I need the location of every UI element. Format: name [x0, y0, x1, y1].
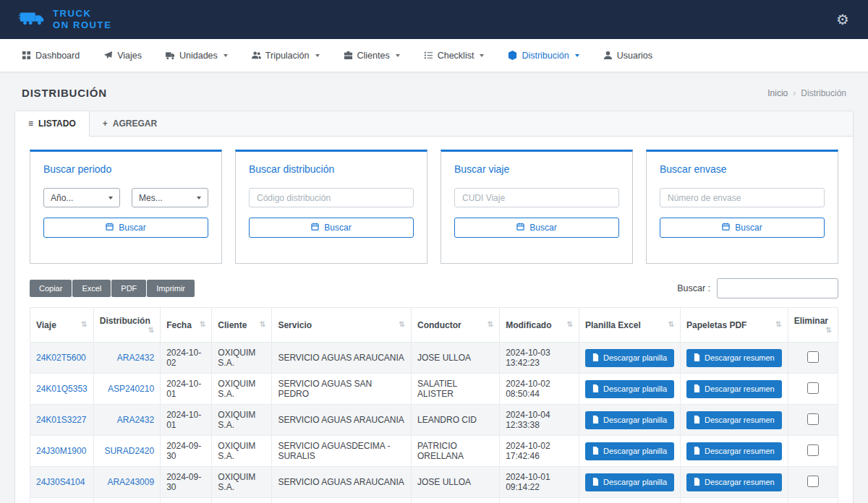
calendar-icon — [106, 223, 114, 233]
header-eliminar[interactable]: Eliminar⇅ — [788, 308, 838, 343]
distribucion-link[interactable]: ARA2432 — [93, 405, 160, 436]
settings-gear-icon[interactable]: ⚙ — [836, 12, 849, 27]
buscar-distribucion-button[interactable]: Buscar — [249, 218, 414, 238]
search-panels: Buscar periodo Año... Mes... Buscar — [30, 150, 838, 264]
nav-item-checklist[interactable]: Checklist — [424, 51, 485, 61]
card-body: Buscar periodo Año... Mes... Buscar — [15, 137, 853, 503]
viaje-link[interactable]: 24K01Q5353 — [30, 374, 94, 405]
breadcrumb: Inicio › Distribución — [767, 88, 846, 98]
viaje-link[interactable]: 24K02T5600 — [30, 343, 94, 374]
header-planilla-excel[interactable]: Planilla Excel⇅ — [579, 308, 681, 343]
chevron-down-icon — [480, 54, 484, 57]
viaje-link[interactable]: 24K01S3227 — [30, 405, 94, 436]
sort-icon: ⇅ — [826, 326, 832, 334]
fecha-cell: 2024-10-02 — [161, 343, 212, 374]
file-icon — [694, 447, 700, 456]
distribucion-card: ≡ LISTADO + AGREGAR Buscar periodo Año..… — [14, 111, 854, 503]
copiar-button[interactable]: Copiar — [30, 280, 72, 297]
content-header: DISTRIBUCIÓN Inicio › Distribución — [0, 72, 868, 111]
header-servicio[interactable]: Servicio⇅ — [272, 308, 412, 343]
table-toolbar: Copiar Excel PDF Imprimir Buscar : — [30, 278, 838, 298]
file-icon — [694, 478, 700, 487]
servicio-cell: SERVICIO AGUASDECIMA - SURALIS — [272, 436, 412, 467]
month-select[interactable]: Mes... — [132, 188, 208, 207]
eliminar-cell — [788, 405, 838, 436]
table-row: 24K02T5600 ARA2432 2024-10-02 OXIQUIM S.… — [30, 343, 838, 374]
eliminar-checkbox[interactable] — [807, 382, 819, 394]
nav-item-viajes[interactable]: Viajes — [103, 51, 142, 61]
header-distribucion[interactable]: Distribución⇅ — [93, 308, 160, 343]
eliminar-cell — [788, 374, 838, 405]
servicio-cell: SERVICIO AGUAS ARAUCANIA — [272, 467, 412, 498]
nav-item-tripulacion[interactable]: Tripulación — [252, 51, 320, 61]
buscar-envase-button[interactable]: Buscar — [660, 218, 825, 238]
file-icon — [694, 416, 700, 425]
distribucion-link[interactable]: ARA2432 — [93, 343, 160, 374]
year-select[interactable]: Año... — [43, 188, 120, 207]
cliente-cell: OXIQUIM S.A. — [212, 498, 272, 503]
descargar-resumen-button[interactable]: Descargar resumen — [686, 380, 782, 398]
header-cliente[interactable]: Cliente⇅ — [212, 308, 272, 343]
table-row: 24J30S4104 ARA243009 2024-09-30 OXIQUIM … — [30, 467, 838, 498]
header-modificado[interactable]: Modificado⇅ — [500, 308, 579, 343]
conductor-cell: LEANDRO CID — [412, 405, 500, 436]
planilla-cell: Descargar planilla — [579, 374, 681, 405]
header-viaje[interactable]: Viaje⇅ — [30, 308, 94, 343]
viaje-link[interactable]: 24J30M1900 — [30, 436, 94, 467]
eliminar-checkbox[interactable] — [807, 444, 819, 456]
nav-item-clientes[interactable]: Clientes — [344, 51, 400, 61]
table-header-row: Viaje⇅ Distribución⇅ Fecha⇅ Cliente⇅ Ser… — [30, 308, 838, 343]
modificado-cell: 2024-10-03 13:42:23 — [500, 343, 579, 374]
buscar-viaje-button[interactable]: Buscar — [454, 218, 619, 238]
sort-icon: ⇅ — [668, 320, 674, 328]
descargar-planilla-button[interactable]: Descargar planilla — [585, 411, 674, 429]
nav-item-dashboard[interactable]: Dashboard — [22, 51, 80, 61]
header-conductor[interactable]: Conductor⇅ — [412, 308, 500, 343]
numero-envase-input[interactable] — [660, 188, 825, 207]
distribucion-link[interactable]: AMAG242609 — [93, 498, 160, 503]
descargar-planilla-button[interactable]: Descargar planilla — [585, 380, 674, 398]
tab-listado[interactable]: ≡ LISTADO — [15, 111, 90, 137]
header-fecha[interactable]: Fecha⇅ — [161, 308, 212, 343]
pdf-button[interactable]: PDF — [111, 280, 146, 297]
eliminar-checkbox[interactable] — [807, 413, 819, 425]
sort-icon: ⇅ — [488, 320, 493, 328]
viaje-link[interactable]: 24J26L1250 — [30, 498, 94, 503]
table-row: 24K01S3227 ARA2432 2024-10-01 OXIQUIM S.… — [30, 405, 838, 436]
table-search-input[interactable] — [717, 278, 838, 298]
planilla-cell: Descargar planilla — [579, 343, 681, 374]
sort-icon: ⇅ — [567, 320, 573, 328]
descargar-resumen-button[interactable]: Descargar resumen — [686, 349, 782, 367]
descargar-resumen-button[interactable]: Descargar resumen — [686, 442, 782, 460]
app-logo[interactable]: TRUCK ON ROUTE — [19, 8, 111, 30]
brand-line-2: ON ROUTE — [53, 20, 111, 31]
breadcrumb-home[interactable]: Inicio — [767, 88, 788, 98]
eliminar-checkbox[interactable] — [807, 476, 819, 487]
imprimir-button[interactable]: Imprimir — [147, 280, 195, 297]
eliminar-checkbox[interactable] — [807, 351, 819, 363]
tab-agregar[interactable]: + AGREGAR — [90, 111, 170, 136]
nav-item-distribucion[interactable]: Distribución — [508, 51, 579, 61]
nav-item-unidades[interactable]: Unidades — [166, 51, 228, 61]
modificado-cell: 2024-10-02 08:50:44 — [500, 374, 579, 405]
chevron-down-icon — [224, 54, 228, 57]
excel-button[interactable]: Excel — [72, 280, 111, 297]
cudi-viaje-input[interactable] — [454, 188, 619, 207]
distribucion-link[interactable]: ASP240210 — [93, 374, 160, 405]
user-icon — [603, 51, 613, 60]
codigo-distribucion-input[interactable] — [249, 188, 414, 207]
distribucion-link[interactable]: SURAD2420 — [93, 436, 160, 467]
planilla-cell: Descargar planilla — [579, 436, 681, 467]
viaje-link[interactable]: 24J30S4104 — [30, 467, 94, 498]
header-papeletas-pdf[interactable]: Papeletas PDF⇅ — [681, 308, 788, 343]
descargar-planilla-button[interactable]: Descargar planilla — [585, 473, 674, 491]
file-icon — [592, 416, 599, 425]
descargar-planilla-button[interactable]: Descargar planilla — [585, 349, 674, 367]
sort-icon: ⇅ — [260, 320, 265, 328]
distribucion-link[interactable]: ARA243009 — [93, 467, 160, 498]
nav-item-usuarios[interactable]: Usuarios — [603, 51, 652, 61]
descargar-resumen-button[interactable]: Descargar resumen — [686, 411, 782, 429]
descargar-planilla-button[interactable]: Descargar planilla — [585, 442, 674, 460]
buscar-periodo-button[interactable]: Buscar — [43, 218, 208, 238]
descargar-resumen-button[interactable]: Descargar resumen — [686, 473, 782, 491]
